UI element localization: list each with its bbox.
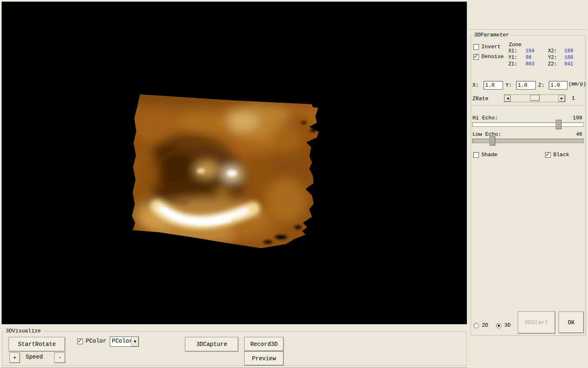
scale-x-input[interactable] bbox=[483, 81, 503, 90]
shade-label: Shade bbox=[481, 152, 497, 158]
zrate-scrollbar[interactable]: ◀ ▶ bbox=[504, 94, 566, 102]
zrate-right-arrow-icon[interactable]: ▶ bbox=[559, 95, 565, 102]
zone-z2-label: Z2: bbox=[548, 61, 557, 67]
zone-z2-value: 941 bbox=[564, 61, 573, 67]
zrate-left-arrow-icon[interactable]: ◀ bbox=[504, 95, 511, 102]
zrate-label: ZRate bbox=[472, 96, 488, 102]
visualize-groupbox: 3DVisualize StartRotate + Speed - PColor… bbox=[2, 331, 467, 366]
3dstart-button[interactable]: 3DStart bbox=[518, 311, 555, 334]
pcolor-checkbox[interactable] bbox=[77, 339, 83, 344]
low-echo-label: Low Echo: bbox=[472, 131, 501, 137]
start-rotate-button[interactable]: StartRotate bbox=[9, 337, 65, 352]
zone-y1-label: Y1: bbox=[508, 55, 517, 61]
zone-x2-label: X2: bbox=[548, 48, 557, 54]
parameter-panel: 3DParameter Invert Denoise Zone X1: 104 … bbox=[468, 0, 588, 368]
scale-y-input[interactable] bbox=[516, 81, 536, 90]
mode-3d-radio[interactable] bbox=[496, 323, 501, 328]
zone-label: Zone bbox=[509, 42, 521, 48]
black-label: Black bbox=[553, 152, 569, 158]
hi-echo-value: 198 bbox=[573, 115, 582, 121]
zone-x1-value: 104 bbox=[526, 48, 535, 54]
pcolor-checkbox-label: PColor bbox=[86, 338, 106, 344]
low-echo-value: 46 bbox=[576, 131, 582, 137]
invert-checkbox[interactable] bbox=[473, 44, 479, 50]
zrate-scrollbar-track[interactable] bbox=[511, 95, 559, 102]
hi-echo-label: Hi Echo: bbox=[472, 115, 498, 121]
zone-x1-label: X1: bbox=[508, 48, 517, 54]
scale-unit-label: (mm/p) bbox=[568, 81, 586, 88]
zone-x2-value: 189 bbox=[564, 48, 573, 54]
parameter-groupbox: 3DParameter Invert Denoise Zone X1: 104 … bbox=[471, 35, 586, 336]
zrate-value: 1 bbox=[572, 95, 575, 101]
panel-splitter bbox=[467, 2, 467, 325]
speed-plus-button[interactable]: + bbox=[9, 352, 20, 363]
low-echo-slider-thumb[interactable] bbox=[490, 136, 495, 146]
scale-z-input[interactable] bbox=[549, 81, 568, 90]
shade-checkbox[interactable] bbox=[473, 152, 479, 158]
denoise-label: Denoise bbox=[481, 54, 504, 60]
invert-label: Invert bbox=[481, 44, 501, 50]
parameter-groupbox-title: 3DParameter bbox=[473, 32, 510, 38]
mode-2d-label: 2D bbox=[482, 322, 488, 328]
pcolor-select-value: PColor bbox=[110, 337, 131, 346]
record3d-button[interactable]: Record3D bbox=[244, 337, 284, 351]
zone-z1-value: 803 bbox=[526, 61, 535, 67]
speed-label: Speed bbox=[26, 354, 43, 360]
denoise-checkbox[interactable] bbox=[473, 54, 479, 60]
preview-button[interactable]: Preview bbox=[244, 351, 284, 366]
app-window: 3DParameter Invert Denoise Zone X1: 104 … bbox=[0, 0, 588, 368]
zone-z1-label: Z1: bbox=[508, 61, 517, 67]
viewport-3d[interactable] bbox=[2, 2, 467, 324]
low-echo-slider-track[interactable] bbox=[472, 139, 584, 143]
black-checkbox[interactable] bbox=[545, 152, 551, 158]
mode-2d-radio[interactable] bbox=[474, 323, 479, 328]
hi-echo-slider-thumb[interactable] bbox=[556, 120, 561, 129]
scale-x-label: X: bbox=[472, 82, 479, 88]
hi-echo-slider-track[interactable] bbox=[472, 122, 584, 127]
zrate-scrollbar-thumb[interactable] bbox=[530, 95, 540, 101]
scale-y-label: Y: bbox=[506, 82, 512, 88]
mode-3d-label: 3D bbox=[504, 322, 511, 328]
zone-y1-value: 96 bbox=[526, 55, 531, 61]
chevron-down-icon[interactable]: ▼ bbox=[131, 337, 138, 346]
3dcapture-button[interactable]: 3DCapture bbox=[185, 337, 238, 352]
ok-button[interactable]: OK bbox=[559, 312, 584, 333]
scale-z-label: Z: bbox=[538, 82, 545, 88]
visualize-groupbox-title: 3DVisualize bbox=[4, 328, 42, 334]
panel-divider-top bbox=[468, 29, 588, 30]
ultrasound-volume-render bbox=[2, 2, 467, 324]
zone-y2-value: 180 bbox=[564, 55, 573, 61]
section-divider bbox=[471, 105, 585, 106]
speed-minus-button[interactable]: - bbox=[54, 352, 65, 363]
pcolor-select[interactable]: PColor ▼ bbox=[110, 337, 139, 347]
zone-y2-label: Y2: bbox=[548, 55, 557, 61]
